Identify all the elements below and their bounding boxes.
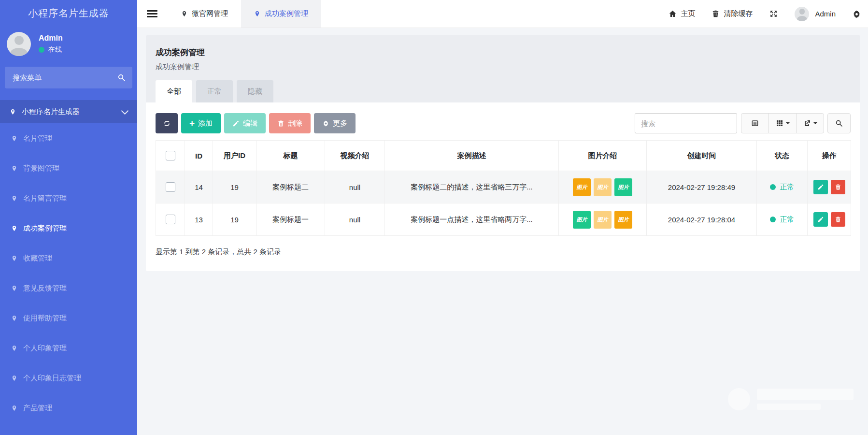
view-button-group [741,113,824,133]
image-thumbnails: 图片 图片 图片 [573,178,632,196]
sidebar-item-help-manage[interactable]: 使用帮助管理 [0,303,137,333]
search-icon [835,119,843,127]
column-header-images: 图片介绍 [559,141,647,171]
cell-video: null [325,203,385,236]
cell-title: 案例标题二 [256,171,325,203]
topbar-tab-success-case[interactable]: 成功案例管理 [241,0,321,28]
tab-all[interactable]: 全部 [156,80,192,102]
cell-id: 14 [185,171,213,203]
pencil-icon [817,184,824,190]
map-pin-icon [11,374,17,382]
plus-icon: + [189,118,195,128]
settings-button[interactable] [852,9,861,19]
sidebar-item-impression-manage[interactable]: 个人印象管理 [0,333,137,363]
panel-body: + 添加 编辑 删除 [146,102,860,271]
more-button[interactable]: 更多 [314,113,356,133]
row-delete-button[interactable] [831,212,845,227]
user-avatar [795,7,809,21]
table-search-input[interactable] [635,113,737,133]
search-submit-button[interactable] [827,113,851,133]
map-pin-icon [11,164,17,173]
chevron-down-icon [121,107,129,115]
status-badge: 正常 [770,183,795,192]
trash-icon [835,216,841,223]
row-edit-button[interactable] [813,212,828,227]
columns-dropdown-button[interactable] [768,113,797,133]
sidebar-item-product-manage[interactable]: 产品管理 [0,393,137,423]
table-row: 13 19 案例标题一 null 案例标题一点描述，这里省略两万字... 图片 … [156,203,851,236]
image-thumbnail[interactable]: 图片 [573,211,591,229]
add-button[interactable]: + 添加 [181,113,221,133]
sidebar-item-success-case-manage[interactable]: 成功案例管理 [0,213,137,243]
fullscreen-button[interactable] [769,9,778,18]
refresh-button[interactable] [156,113,178,133]
cell-title: 案例标题一 [256,203,325,236]
row-checkbox[interactable] [166,182,175,192]
trash-icon [277,120,285,127]
trash-icon [835,184,841,190]
tab-hidden[interactable]: 隐藏 [237,80,273,102]
pagination-summary: 显示第 1 到第 2 条记录，总共 2 条记录 [156,247,851,257]
map-pin-icon [11,134,17,143]
row-checkbox[interactable] [166,215,175,224]
select-all-checkbox[interactable] [166,151,175,160]
sidebar-root-menu[interactable]: 小程序名片生成器 [0,100,137,123]
menu-search-box [5,67,132,88]
cell-desc: 案例标题二的描述，这里省略三万字... [385,171,559,203]
menu-search-input[interactable] [12,73,117,82]
sidebar-item-message-manage[interactable]: 名片留言管理 [0,183,137,213]
cell-user-id: 19 [213,171,256,203]
refresh-icon [163,120,171,127]
page-subtitle: 成功案例管理 [156,62,851,72]
edit-button[interactable]: 编辑 [224,113,266,133]
sidebar-item-feedback-manage[interactable]: 意见反馈管理 [0,273,137,303]
clear-cache-link[interactable]: 清除缓存 [711,9,753,18]
image-thumbnails: 图片 图片 图片 [573,211,632,229]
image-thumbnail[interactable]: 图片 [573,178,591,196]
sidebar-item-card-manage[interactable]: 名片管理 [0,123,137,153]
table-toolbar: + 添加 编辑 删除 [156,113,851,133]
watermark [728,388,854,410]
map-pin-icon [11,194,17,203]
sidebar: 小程序名片生成器 Admin 在线 小程序名片生成器 名片管理 [0,0,137,435]
page-title: 成功案例管理 [156,47,851,58]
sidebar-user-panel: Admin 在线 [7,32,130,56]
status-badge: 正常 [770,215,795,224]
export-dropdown-button[interactable] [796,113,824,133]
sidebar-toggle-button[interactable] [147,10,157,17]
map-pin-icon [10,108,16,116]
image-thumbnail[interactable]: 图片 [594,178,612,196]
topbar-tab-weiguanwang[interactable]: 微官网管理 [168,0,241,28]
tab-normal[interactable]: 正常 [196,80,233,102]
list-view-icon [751,119,759,127]
row-edit-button[interactable] [813,180,828,194]
user-name: Admin [39,34,63,43]
status-filter-tabs: 全部 正常 隐藏 [156,80,851,102]
table-row: 14 19 案例标题二 null 案例标题二的描述，这里省略三万字... 图片 … [156,171,851,203]
search-icon [117,73,126,82]
caret-down-icon [813,122,817,126]
column-header-created: 创建时间 [647,141,757,171]
map-pin-icon [11,254,17,262]
expand-icon [769,9,778,18]
sidebar-item-background-manage[interactable]: 背景图管理 [0,153,137,183]
image-thumbnail[interactable]: 图片 [614,178,632,196]
panel-success-case: 成功案例管理 成功案例管理 全部 正常 隐藏 [146,35,860,271]
column-header-actions: 操作 [808,141,851,171]
column-header-status: 状态 [757,141,808,171]
user-menu[interactable]: Admin [795,7,836,21]
gear-icon [322,120,329,127]
sidebar-item-impression-log-manage[interactable]: 个人印象日志管理 [0,363,137,393]
map-pin-icon [11,224,17,232]
toggle-view-button[interactable] [741,113,769,133]
sidebar-item-favorite-manage[interactable]: 收藏管理 [0,243,137,273]
image-thumbnail[interactable]: 图片 [614,211,632,229]
status-dot-icon [770,217,776,222]
image-thumbnail[interactable]: 图片 [594,211,612,229]
sidebar-root-label: 小程序名片生成器 [22,107,122,116]
delete-button[interactable]: 删除 [269,113,311,133]
home-link[interactable]: 主页 [669,9,695,18]
row-delete-button[interactable] [831,180,845,194]
column-header-desc: 案例描述 [385,141,559,171]
cell-desc: 案例标题一点描述，这里省略两万字... [385,203,559,236]
